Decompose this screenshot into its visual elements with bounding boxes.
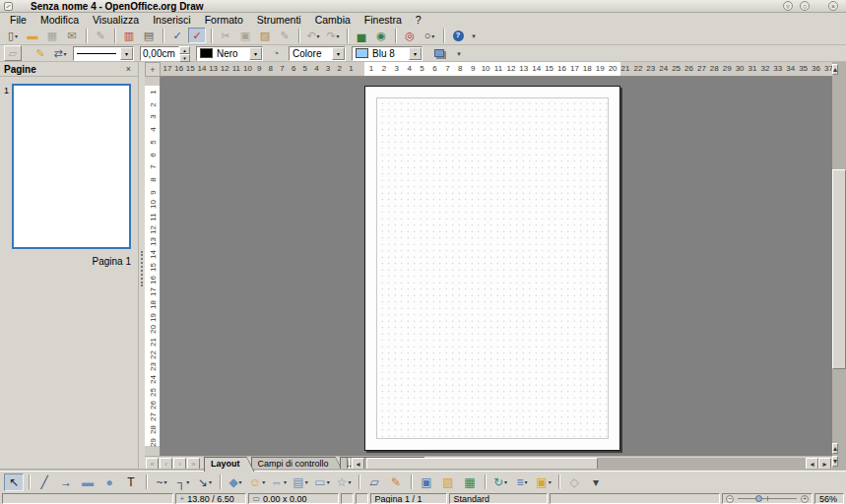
chevron-down-icon[interactable]: ▾	[332, 47, 345, 60]
auto-spellcheck-button[interactable]: ✓	[188, 28, 206, 43]
page-thumbnail[interactable]	[12, 84, 131, 249]
select-button[interactable]: ↖	[4, 473, 24, 491]
insert-picture-button[interactable]: ▨	[438, 473, 458, 491]
toolbar-options-button[interactable]: ▾	[586, 473, 606, 491]
line-button[interactable]: ╱	[34, 473, 54, 491]
line-style-select[interactable]: ▾	[73, 46, 134, 61]
spellcheck-button[interactable]: ✓	[168, 28, 186, 43]
line-width-value[interactable]: 0,00cm	[140, 46, 179, 61]
paste-button[interactable]: ▨	[256, 28, 274, 43]
splitter-handle[interactable]	[141, 251, 143, 286]
menu-cambia[interactable]: Cambia	[308, 13, 358, 27]
vertical-ruler[interactable]: 1234567891011121314151617181920212223242…	[145, 77, 161, 456]
h-scroll-track[interactable]	[364, 458, 806, 471]
menu-visualizza[interactable]: Visualizza	[86, 13, 146, 27]
help-button[interactable]: ?	[449, 28, 467, 43]
chevron-down-icon[interactable]: ▾	[409, 47, 422, 60]
shadow-button[interactable]	[429, 45, 449, 61]
menu-finestra[interactable]: Finestra	[358, 13, 409, 27]
arrange-button[interactable]: ▣▾	[534, 473, 553, 491]
zoom-button[interactable]: ○▾	[421, 28, 438, 43]
scrollbar-splitter[interactable]	[347, 458, 350, 471]
symbol-shapes-button[interactable]: ☺▾	[247, 473, 267, 491]
vertical-scrollbar[interactable]: ▴ ▴ ▾	[832, 62, 846, 471]
scroll-left-button[interactable]: ◂	[352, 458, 364, 471]
horizontal-scrollbar[interactable]: ◂ ◂ ▸	[345, 458, 831, 471]
arrow-end-button[interactable]: →	[56, 473, 76, 491]
menu-file[interactable]: File	[3, 13, 33, 27]
open-button[interactable]: ▬	[24, 28, 41, 43]
rotate-button[interactable]: ↻▾	[490, 473, 510, 491]
v-scroll-thumb[interactable]	[832, 169, 846, 369]
scroll-left-button[interactable]: ◂	[806, 458, 818, 471]
gallery-button[interactable]: ◉	[372, 28, 390, 43]
arrow-style-button[interactable]: ⇄ ▾	[51, 45, 69, 61]
zoom-slider[interactable]: − +	[722, 493, 813, 504]
panel-splitter[interactable]	[138, 62, 145, 471]
lines-arrows-button[interactable]: ↘▾	[195, 473, 215, 491]
document-page[interactable]	[364, 86, 620, 451]
insert-chart-button[interactable]: ▅	[353, 28, 370, 43]
fontwork-gallery-button[interactable]: ▣	[417, 473, 436, 491]
edit-points-button[interactable]: ▱	[364, 473, 384, 491]
menu-formato[interactable]: Formato	[198, 13, 250, 27]
last-page-button[interactable]: »	[187, 458, 200, 471]
toolbar-options-button[interactable]: ▾	[454, 45, 464, 61]
menu-help[interactable]: ?	[409, 13, 428, 27]
previous-page-button[interactable]: ‹	[160, 458, 172, 471]
spin-up-icon[interactable]: ▴	[179, 46, 190, 54]
line-color-select[interactable]: Nero ▾	[196, 46, 263, 61]
scroll-up-button[interactable]: ▴	[832, 443, 838, 454]
connector-button[interactable]: ┐▾	[173, 473, 193, 491]
stars-button[interactable]: ☆▾	[334, 473, 354, 491]
document-as-email-button[interactable]: ✉	[63, 28, 81, 43]
block-arrows-button[interactable]: ⇔▾	[269, 473, 289, 491]
menu-strumenti[interactable]: Strumenti	[250, 13, 308, 27]
line-width-stepper[interactable]: 0,00cm ▴ ▾	[140, 46, 190, 61]
scroll-right-button[interactable]: ▸	[818, 458, 831, 471]
next-page-button[interactable]: ›	[173, 458, 186, 471]
basic-shapes-button[interactable]: ◆▾	[226, 473, 245, 491]
zoom-slider-thumb[interactable]	[755, 495, 762, 502]
maximize-button[interactable]: ○	[800, 1, 810, 11]
status-zoom-percent[interactable]: 56%	[814, 493, 844, 504]
tab-layout[interactable]: Layout	[204, 457, 255, 472]
area-dialog-button[interactable]: ◔	[267, 45, 285, 61]
text-button[interactable]: T	[121, 473, 141, 491]
status-page-style[interactable]: Standard	[449, 493, 548, 504]
minimize-button[interactable]: ▿	[783, 1, 793, 11]
chevron-down-icon[interactable]: ▾	[120, 47, 133, 60]
callouts-button[interactable]: ▭▾	[312, 473, 332, 491]
print-button[interactable]: ▤	[140, 28, 158, 43]
ellipse-button[interactable]: ●	[99, 473, 119, 491]
chevron-down-icon[interactable]: ▾	[249, 47, 262, 60]
menu-inserisci[interactable]: Inserisci	[146, 13, 198, 27]
export-pdf-button[interactable]: ▥	[120, 28, 138, 43]
spin-down-icon[interactable]: ▾	[179, 54, 190, 62]
tab-campi-di-controllo[interactable]: Campi di controllo	[251, 457, 344, 472]
scroll-up-button[interactable]: ▴	[832, 64, 838, 75]
navigator-button[interactable]: ◎	[401, 28, 419, 43]
rectangle-button[interactable]: ▬	[78, 473, 98, 491]
horizontal-ruler[interactable]: 1716151413121110987654321123456789101112…	[161, 62, 832, 77]
menu-modifica[interactable]: Modifica	[33, 13, 86, 27]
flowchart-button[interactable]: ▤▾	[291, 473, 310, 491]
new-document-button[interactable]: ▯▾	[4, 28, 22, 43]
zoom-slider-track[interactable]	[738, 498, 797, 499]
fill-color-select[interactable]: Blu 8 ▾	[352, 46, 423, 61]
zoom-in-button[interactable]: +	[801, 495, 809, 503]
curve-button[interactable]: ~▾	[152, 473, 171, 491]
alignment-button[interactable]: ≡▾	[512, 473, 532, 491]
close-icon[interactable]: ×	[123, 64, 134, 74]
line-dialog-button[interactable]: ✎	[32, 45, 49, 61]
scroll-down-button[interactable]: ▾	[832, 456, 838, 467]
fill-style-select[interactable]: Colore ▾	[289, 46, 346, 61]
v-scroll-track[interactable]	[832, 77, 846, 441]
toolbar-options-button[interactable]: ▾	[469, 28, 479, 43]
glue-points-button[interactable]: ✎	[386, 473, 406, 491]
gallery-button[interactable]: ▦	[460, 473, 480, 491]
h-scroll-thumb[interactable]	[366, 458, 598, 471]
drawing-canvas[interactable]	[161, 77, 832, 456]
zoom-out-button[interactable]: −	[726, 495, 734, 503]
first-page-button[interactable]: «	[146, 458, 159, 471]
